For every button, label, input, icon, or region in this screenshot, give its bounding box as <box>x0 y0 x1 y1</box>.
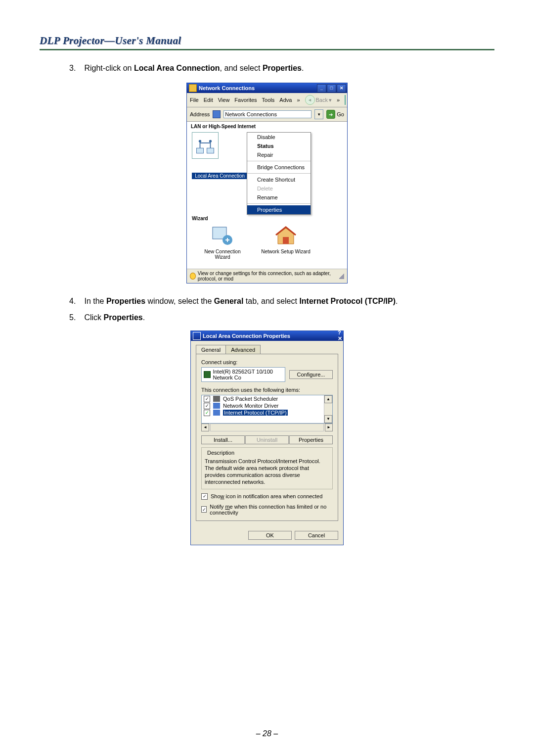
description-label: Description <box>206 450 236 456</box>
notify-checkbox-row[interactable]: ✓ Notify me when this connection has lim… <box>201 504 333 516</box>
status-icon <box>190 273 196 280</box>
uninstall-button: Uninstall <box>245 435 289 444</box>
horizontal-scrollbar[interactable]: ◄► <box>201 424 333 431</box>
network-setup-wizard-label: Network Setup Wizard <box>261 249 311 254</box>
step-5-number: 5. <box>69 312 82 323</box>
tab-advanced[interactable]: Advanced <box>225 345 261 354</box>
context-shortcut[interactable]: Create Shortcut <box>247 175 311 184</box>
new-connection-wizard-icon <box>211 225 234 247</box>
window-icon <box>189 84 197 92</box>
component-icon <box>213 403 220 409</box>
dialog-title: Local Area Connection Properties <box>203 333 338 339</box>
network-connections-window: Network Connections _ □ ✕ File Edit View… <box>186 83 348 284</box>
dialog-close-button[interactable]: ✕ <box>338 335 342 342</box>
step-4-t4: . <box>396 297 398 305</box>
notify-label-a: Notify <box>210 504 225 510</box>
context-bridge[interactable]: Bridge Connections <box>247 163 311 172</box>
menu-advanced[interactable]: Adva <box>279 97 292 103</box>
item-tcpip-label: Internet Protocol (TCP/IP) <box>223 410 288 416</box>
scroll-left-icon[interactable]: ◄ <box>201 424 209 431</box>
lan-connection-icon[interactable] <box>192 132 219 159</box>
svg-rect-0 <box>197 148 204 153</box>
checkbox-icon[interactable]: ✓ <box>201 493 208 500</box>
checkbox-icon[interactable]: ✓ <box>204 396 210 402</box>
adapter-name: Intel(R) 82562GT 10/100 Network Co <box>213 369 283 380</box>
uses-items-label: This connection uses the following items… <box>201 387 333 393</box>
resize-grip-icon[interactable] <box>339 273 344 279</box>
context-delete: Delete <box>247 184 311 193</box>
step-4-b1: Properties <box>106 297 145 305</box>
window-body: LAN or High-Speed Internet Local Area Co… <box>187 122 347 269</box>
nic-icon <box>204 371 211 378</box>
menu-edit[interactable]: Edit <box>204 97 213 103</box>
item-tcpip[interactable]: ✓Internet Protocol (TCP/IP) <box>202 409 332 416</box>
svg-point-2 <box>199 140 201 142</box>
step-3-pre: Right-click on <box>84 64 134 72</box>
ok-button[interactable]: OK <box>248 531 292 540</box>
show-icon-label-a: Sho <box>211 493 221 499</box>
properties-button[interactable]: Properties <box>289 435 333 444</box>
address-label: Address <box>190 111 210 117</box>
step-3: 3. Right-click on Local Area Connection,… <box>69 62 494 74</box>
items-listbox[interactable]: ✓QoS Packet Scheduler ✓Network Monitor D… <box>201 395 333 424</box>
context-status[interactable]: Status <box>247 142 311 150</box>
context-repair[interactable]: Repair <box>247 150 311 159</box>
notify-label-u: m <box>225 504 229 510</box>
step-5-t1: Click <box>84 313 103 322</box>
back-button: ◄Back▾ <box>305 95 332 105</box>
maximize-button[interactable]: □ <box>327 84 336 93</box>
description-group: Description Transmission Control Protoco… <box>201 447 333 489</box>
step-4-t1: In the <box>84 297 106 305</box>
component-icon <box>213 396 220 402</box>
menu-more-icon[interactable]: » <box>297 97 300 103</box>
address-input[interactable] <box>223 110 312 118</box>
back-label: Back <box>316 97 328 103</box>
tab-general[interactable]: General <box>196 345 226 354</box>
context-properties[interactable]: Properties <box>247 205 311 214</box>
show-icon-checkbox-row[interactable]: ✓ Show icon in notification area when co… <box>201 493 333 500</box>
scroll-up-icon[interactable]: ▲ <box>324 395 332 403</box>
step-5-b1: Properties <box>104 313 143 322</box>
scroll-down-icon[interactable]: ▼ <box>324 415 332 423</box>
new-connection-wizard-label: New Connection Wizard <box>198 249 247 260</box>
context-menu: Disable Status Repair Bridge Connections… <box>247 132 311 215</box>
svg-point-3 <box>209 140 212 142</box>
lan-properties-dialog: Local Area Connection Properties ? ✕ Gen… <box>190 331 344 545</box>
item-qos[interactable]: ✓QoS Packet Scheduler <box>202 395 332 402</box>
menu-file[interactable]: File <box>190 97 199 103</box>
step-5: 5. Click Properties. <box>69 312 494 323</box>
help-button[interactable]: ? <box>338 330 342 335</box>
menu-favorites[interactable]: Favorites <box>234 97 257 103</box>
group-wizard-label: Wizard <box>187 215 347 221</box>
window-title: Network Connections <box>199 85 317 91</box>
connect-using-label: Connect using: <box>201 359 333 365</box>
item-monitor[interactable]: ✓Network Monitor Driver <box>202 402 332 409</box>
svg-rect-6 <box>283 237 289 244</box>
toolbar-more-icon[interactable]: » <box>337 97 340 103</box>
install-button[interactable]: Install... <box>201 435 245 444</box>
window-titlebar[interactable]: Network Connections _ □ ✕ <box>187 83 347 93</box>
scroll-right-icon[interactable]: ► <box>325 424 333 431</box>
address-dropdown-icon[interactable]: ▼ <box>314 109 323 119</box>
vertical-scrollbar[interactable]: ▲▼ <box>324 395 332 423</box>
dialog-titlebar[interactable]: Local Area Connection Properties ? ✕ <box>191 331 343 341</box>
tab-panel-general: Connect using: Intel(R) 82562GT 10/100 N… <box>196 354 338 521</box>
configure-button[interactable]: Configure... <box>289 370 333 379</box>
checkbox-icon[interactable]: ✓ <box>204 410 210 416</box>
context-rename[interactable]: Rename <box>247 193 311 202</box>
network-setup-wizard[interactable]: Network Setup Wizard <box>261 225 311 260</box>
go-button[interactable]: ➔Go <box>326 110 344 119</box>
new-connection-wizard[interactable]: New Connection Wizard <box>198 225 247 260</box>
page-number: – 28 – <box>40 729 494 738</box>
item-monitor-label: Network Monitor Driver <box>223 403 278 409</box>
context-disable[interactable]: Disable <box>247 133 311 142</box>
cancel-button[interactable]: Cancel <box>295 531 338 540</box>
status-text: View or change settings for this connect… <box>198 271 337 282</box>
checkbox-icon[interactable]: ✓ <box>201 506 207 513</box>
checkbox-icon[interactable]: ✓ <box>204 403 210 409</box>
close-button[interactable]: ✕ <box>337 84 346 93</box>
minimize-button[interactable]: _ <box>317 84 326 93</box>
menu-view[interactable]: View <box>218 97 230 103</box>
menu-tools[interactable]: Tools <box>262 97 275 103</box>
item-qos-label: QoS Packet Scheduler <box>223 396 278 402</box>
